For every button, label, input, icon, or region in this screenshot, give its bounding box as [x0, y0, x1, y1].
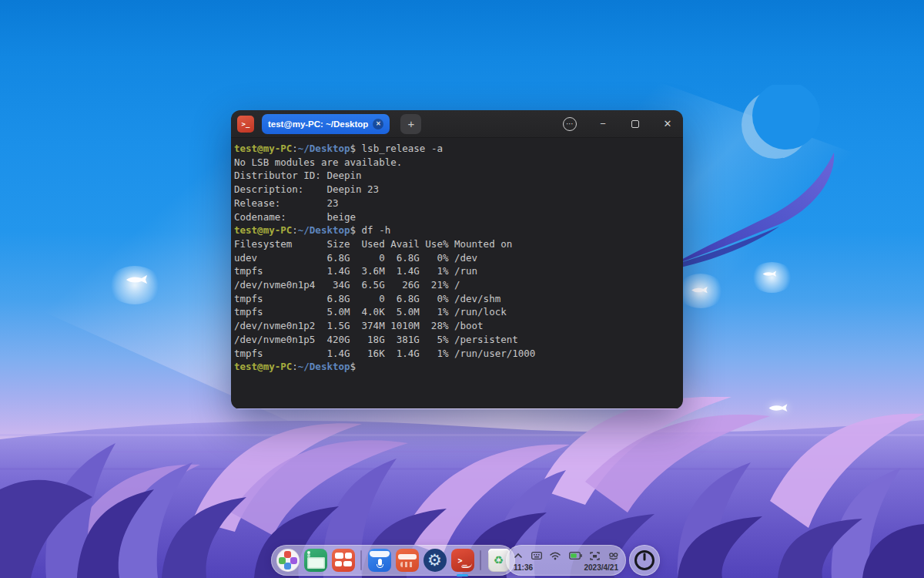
terminal-app-icon: >_	[237, 116, 254, 133]
terminal-output[interactable]: test@my-PC:~/Desktop$ lsb_release -aNo L…	[231, 138, 683, 408]
power-icon	[634, 549, 655, 571]
battery-icon[interactable]	[569, 552, 582, 560]
terminal-output-line: /dev/nvme0n1p2 1.5G 374M 1010M 28% /boot	[234, 319, 678, 333]
dock: ⚙ >_ ♻	[271, 545, 515, 576]
clock-time[interactable]: 11:36	[514, 563, 533, 572]
power-pill	[629, 545, 660, 576]
dock-item-app-store[interactable]	[331, 549, 355, 573]
terminal-output-line: /dev/nvme0n1p4 34G 6.5G 26G 21% /	[234, 278, 678, 292]
terminal-output-line: Codename: beige	[234, 210, 678, 224]
terminal-prompt-line: test@my-PC:~/Desktop$	[234, 360, 678, 374]
dock-item-voice-assistant[interactable]	[367, 549, 391, 573]
terminal-output-line: Description: Deepin 23	[234, 183, 678, 197]
control-center-gear-icon: ⚙	[424, 549, 447, 572]
fish-icon	[123, 274, 149, 286]
terminal-output-line: tmpfs 1.4G 16K 1.4G 1% /run/user/1000	[234, 347, 678, 361]
terminal-prompt-line: test@my-PC:~/Desktop$ lsb_release -a	[234, 142, 678, 156]
close-icon[interactable]: ✕	[661, 118, 674, 130]
maximize-icon[interactable]	[629, 118, 641, 130]
terminal-output-line: udev 6.8G 0 6.8G 0% /dev	[234, 251, 678, 265]
tab-close-icon[interactable]: ✕	[373, 119, 383, 129]
window-menu-icon[interactable]: ⋯	[563, 117, 577, 131]
minimize-icon[interactable]: −	[597, 118, 609, 130]
terminal-output-line: tmpfs 5.0M 4.0K 5.0M 1% /run/lock	[234, 305, 678, 319]
dock-item-launcher[interactable]	[276, 549, 300, 573]
dock-separator	[360, 550, 362, 570]
dock-separator	[480, 550, 481, 570]
screen-recorder-icon[interactable]	[608, 552, 618, 560]
new-tab-button[interactable]: +	[400, 114, 421, 134]
launcher-icon	[276, 549, 300, 572]
terminal-output-line: tmpfs 6.8G 0 6.8G 0% /dev/shm	[234, 292, 678, 306]
terminal-window: >_ test@my-PC: ~/Desktop ✕ + ⋯ − ✕ test@…	[231, 110, 683, 409]
terminal-tab[interactable]: test@my-PC: ~/Desktop ✕	[262, 114, 390, 134]
dock-item-control-center[interactable]: ⚙	[423, 549, 447, 573]
terminal-prompt-glyph: >_	[242, 120, 250, 128]
voice-assistant-icon	[368, 549, 391, 572]
terminal-output-line: /dev/nvme0n1p5 420G 18G 381G 5% /persist…	[234, 333, 678, 347]
dock-item-terminal[interactable]: >_	[450, 549, 474, 573]
tab-title: test@my-PC: ~/Desktop	[268, 119, 368, 129]
running-indicator	[457, 574, 468, 576]
onscreen-keyboard-icon[interactable]	[531, 552, 542, 560]
dock-item-whiteboard[interactable]	[303, 549, 327, 573]
terminal-output-line: tmpfs 1.4G 3.6M 1.4G 1% /run	[234, 264, 678, 278]
toolbox-icon	[396, 549, 419, 572]
system-tray: 11:36 2023/4/21	[506, 545, 626, 576]
whiteboard-icon	[304, 549, 327, 572]
whale-tail-shape	[662, 139, 847, 270]
terminal-output-line: Distributor ID: Deepin	[234, 169, 678, 183]
wifi-icon[interactable]	[550, 552, 561, 560]
expand-chevron-icon[interactable]	[514, 553, 523, 559]
shutdown-button[interactable]	[634, 549, 655, 571]
terminal-dock-icon: >_	[451, 549, 474, 572]
terminal-output-line: Release: 23	[234, 197, 678, 210]
terminal-prompt-line: test@my-PC:~/Desktop$ df -h	[234, 223, 678, 237]
screenshot-icon[interactable]	[590, 552, 600, 560]
app-store-icon	[332, 549, 355, 572]
clock-date[interactable]: 2023/4/21	[584, 563, 619, 572]
fish-icon	[689, 285, 709, 295]
fish-icon	[761, 270, 778, 278]
terminal-titlebar[interactable]: >_ test@my-PC: ~/Desktop ✕ + ⋯ − ✕	[231, 110, 683, 138]
terminal-output-line: No LSB modules are available.	[234, 156, 678, 170]
dock-item-toolbox[interactable]	[395, 549, 419, 573]
terminal-output-line: Filesystem Size Used Avail Use% Mounted …	[234, 237, 678, 251]
